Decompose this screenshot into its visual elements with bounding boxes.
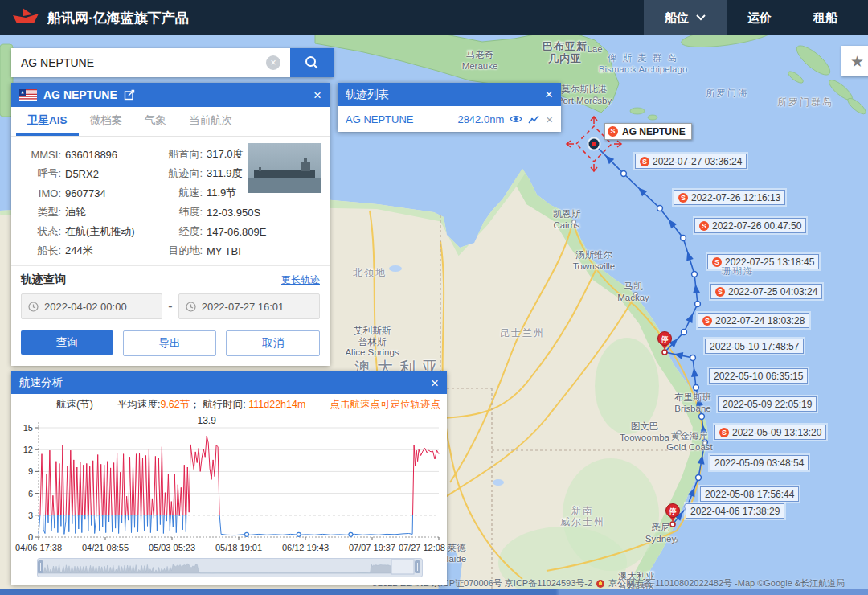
track-time-label[interactable]: S2022-05-09 13:13:20 — [714, 425, 826, 440]
city-dot — [674, 539, 678, 543]
close-icon[interactable]: × — [313, 88, 321, 102]
nav-item-charter[interactable]: 租船 — [792, 0, 858, 35]
eye-icon[interactable] — [510, 114, 522, 124]
shipxy-app: 停停 S2022-07-27 03:36:24S2022-07-26 12:16… — [0, 0, 868, 595]
y-tick-label: 9 — [28, 466, 33, 476]
speed-line-above-threshold[interactable] — [39, 436, 439, 536]
track-time-label[interactable]: S2022-07-26 00:47:50 — [694, 218, 806, 233]
ship-map-label[interactable]: SAG NEPTUNE — [604, 123, 692, 140]
edit-icon[interactable] — [124, 89, 135, 101]
ship-field: MMSI:636018896 — [14, 145, 156, 164]
speed-stats-row: 航速(节) 平均速度:9.62节； 航行时间: 111d22h14m 点击航速点… — [11, 394, 447, 415]
tab-satellite-ais[interactable]: 卫星AIS — [16, 107, 79, 136]
tab-weather[interactable]: 气象 — [133, 107, 178, 136]
satellite-icon: S — [678, 193, 688, 203]
track-time-label[interactable]: 2022-05-10 06:35:15 — [709, 368, 808, 384]
date-from-input[interactable]: 2022-04-02 00:00 — [21, 293, 162, 319]
tab-current-voyage[interactable]: 当前航次 — [178, 107, 244, 136]
date-to-input[interactable]: 2022-07-27 16:01 — [178, 293, 320, 319]
city-dot — [634, 293, 638, 297]
track-list-header: 轨迹列表 × — [338, 83, 561, 106]
stop-pin-label: 停 — [661, 335, 669, 343]
export-button[interactable]: 导出 — [123, 330, 217, 356]
track-time-label[interactable]: 2022-05-09 03:48:54 — [710, 455, 809, 470]
speed-panel-title: 航速分析 — [19, 375, 63, 390]
speed-chart[interactable]: 0369121504/06 17:3804/21 08:5505/03 05:2… — [11, 415, 447, 555]
search-input[interactable] — [11, 48, 290, 77]
track-time-label[interactable]: S2022-07-25 04:03:24 — [710, 284, 822, 299]
site-logo[interactable]: 船讯网·亿海蓝旗下产品 — [11, 0, 189, 35]
nav-item-ship-position[interactable]: 船位 — [644, 0, 727, 35]
ship-field: 目的地:MY TBI — [156, 241, 321, 261]
ship-fields-left: MMSI:636018896呼号:D5RX2IMO:9607734类型:油轮状态… — [14, 145, 156, 261]
ship-info-panel: ★ AG NEPTUNE × 卫星AIS 微档案 气象 当前航次 MMSI:63… — [11, 83, 330, 366]
satellite-icon: S — [719, 428, 729, 437]
track-time-label[interactable]: 2022-04-06 17:38:29 — [686, 503, 784, 519]
x-tick-label: 04/06 17:38 — [15, 543, 62, 552]
track-waypoint[interactable] — [696, 475, 702, 481]
track-waypoint[interactable] — [690, 355, 696, 361]
track-waypoint[interactable] — [692, 272, 698, 277]
remove-track-icon[interactable]: × — [546, 113, 553, 126]
close-icon[interactable]: × — [545, 88, 553, 101]
ship-photo[interactable] — [248, 143, 321, 193]
ship-panel-header: ★ AG NEPTUNE × — [11, 83, 330, 107]
satellite-icon: S — [699, 221, 709, 231]
city-dot — [697, 407, 701, 411]
speed-point-marker[interactable] — [349, 532, 353, 536]
track-time-label[interactable]: 2022-05-10 17:48:57 — [705, 339, 804, 354]
track-time-label[interactable]: S2022-07-25 13:18:45 — [707, 254, 819, 269]
x-tick-label: 04/21 08:55 — [82, 543, 129, 552]
bottom-strip — [0, 589, 868, 595]
track-waypoint[interactable] — [695, 302, 701, 307]
favorites-button[interactable]: ★ — [841, 46, 868, 76]
ship-field: 类型:油轮 — [14, 203, 156, 222]
track-time-label[interactable]: 2022-05-08 17:56:44 — [700, 486, 799, 502]
cancel-button[interactable]: 取消 — [226, 330, 320, 356]
track-list-title: 轨迹列表 — [346, 88, 389, 102]
date-range-separator: - — [168, 299, 172, 314]
x-tick-label: 06/12 19:43 — [282, 543, 329, 552]
x-tick-label: 07/07 19:37 — [349, 543, 395, 552]
track-ship-name[interactable]: AG NEPTUNE — [346, 113, 414, 125]
ship-title: AG NEPTUNE — [43, 88, 117, 101]
track-waypoint[interactable] — [681, 236, 686, 241]
clear-search-icon[interactable]: × — [266, 55, 280, 70]
avg-speed-value: 9.62节 — [160, 399, 190, 410]
speed-point-marker[interactable] — [244, 532, 248, 536]
nav-item-freight[interactable]: 运价 — [727, 0, 792, 35]
ship-photo-silhouette — [248, 143, 321, 193]
track-time-label[interactable]: S2022-07-27 03:36:24 — [635, 154, 747, 169]
track-time-label[interactable]: S2022-07-24 18:03:28 — [698, 313, 809, 328]
query-button[interactable]: 查询 — [21, 330, 113, 355]
longer-track-link[interactable]: 更长轨迹 — [281, 273, 320, 287]
ship-panel-tabs: 卫星AIS 微档案 气象 当前航次 — [11, 107, 330, 137]
logo-text: 船讯网·亿海蓝旗下产品 — [47, 9, 189, 27]
track-waypoint[interactable] — [682, 330, 687, 335]
speed-panel-header: 航速分析 × — [11, 371, 447, 394]
trend-line-icon[interactable] — [528, 114, 540, 125]
close-icon[interactable]: × — [431, 376, 439, 390]
speed-point-marker[interactable] — [297, 532, 301, 536]
chart-range-slider[interactable] — [37, 558, 423, 577]
track-time-label[interactable]: 2022-05-09 22:05:19 — [718, 396, 817, 412]
chevron-down-icon — [696, 14, 706, 21]
track-query-title: 轨迹查询 — [21, 273, 66, 287]
peak-value-label: 13.9 — [197, 415, 216, 426]
liberia-flag-icon: ★ — [19, 89, 37, 101]
main-nav: 船位 运价 租船 — [644, 0, 858, 35]
chart-y-axis-title: 航速(节) — [56, 398, 93, 412]
search-bar: × — [11, 48, 334, 77]
satellite-icon: S — [640, 157, 649, 166]
y-tick-label: 0 — [28, 532, 33, 542]
city-dot — [599, 265, 603, 269]
track-waypoint[interactable] — [621, 171, 627, 177]
brush-selection-block[interactable] — [391, 560, 414, 574]
tab-micro-profile[interactable]: 微档案 — [79, 107, 134, 136]
search-icon — [305, 55, 319, 70]
track-waypoint[interactable] — [694, 385, 699, 391]
track-time-label[interactable]: S2022-07-26 12:16:13 — [674, 190, 785, 205]
track-waypoint[interactable] — [657, 206, 663, 211]
track-waypoint[interactable] — [699, 414, 705, 420]
search-button[interactable] — [290, 48, 334, 77]
